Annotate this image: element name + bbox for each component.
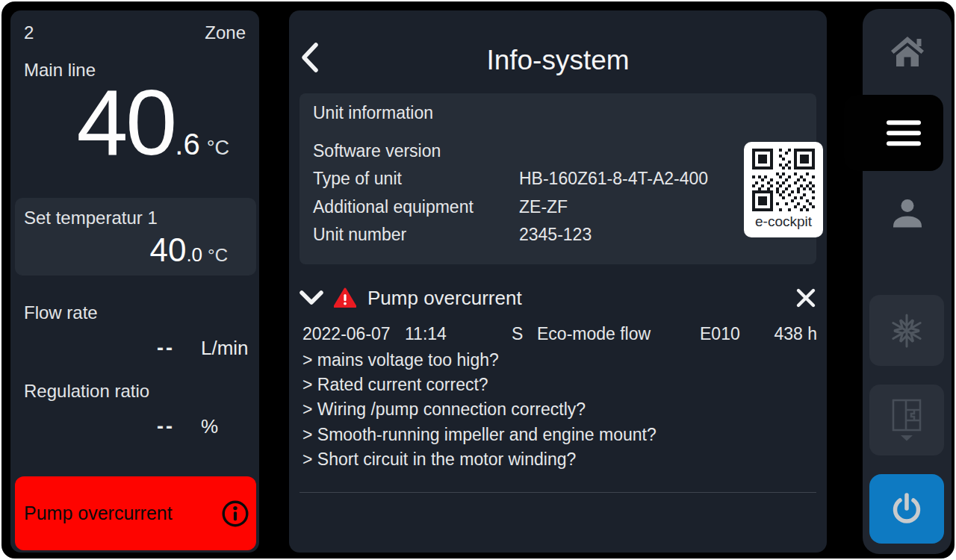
checklist-item: > Smooth-running impeller and engine mou… bbox=[302, 425, 657, 449]
info-row-type-of-unit: Type of unitHB-160Z61-8-4T-A2-400 bbox=[299, 169, 816, 196]
zone-number: 2 bbox=[24, 22, 34, 43]
unit-information-rows: Software version Type of unitHB-160Z61-8… bbox=[299, 141, 816, 253]
info-row-unit-number: Unit number2345-123 bbox=[299, 225, 816, 252]
page-title: Info-system bbox=[289, 45, 827, 76]
flow-rate-unit: L/min bbox=[201, 337, 253, 360]
alarm-banner-button[interactable]: Pump overcurrent bbox=[15, 476, 256, 550]
home-icon bbox=[889, 35, 926, 68]
alarm-error-code: E010 bbox=[700, 324, 740, 344]
checklist-item: > Short circuit in the motor winding? bbox=[302, 449, 657, 474]
info-row-additional-equipment: Additional equipmentZE-ZF bbox=[299, 197, 816, 225]
main-temp-integer: 40 bbox=[76, 71, 175, 174]
alarm-checklist: > mains voltage too high? > Rated curren… bbox=[302, 350, 657, 474]
info-row-software-version: Software version bbox=[299, 141, 816, 169]
set-temperature-label: Set temperatur 1 bbox=[24, 208, 158, 228]
power-icon bbox=[890, 491, 924, 527]
device-screen: 2 Zone Main line 40.6°C Set temperatur 1… bbox=[1, 1, 955, 559]
regulation-ratio-value-row: --% bbox=[10, 415, 253, 438]
alarm-meta-row: 2022-06-07 11:14 S Eco-mode flow E010 43… bbox=[289, 324, 827, 345]
hamburger-menu-icon bbox=[887, 120, 921, 146]
collapse-button[interactable] bbox=[299, 289, 324, 307]
set-temperature-value: 40.0°C bbox=[149, 234, 228, 267]
mold-icon bbox=[890, 398, 924, 443]
warning-triangle-icon bbox=[334, 287, 356, 308]
flow-rate-value-row: --L/min bbox=[10, 337, 253, 360]
alarm-mode: Eco-mode flow bbox=[537, 324, 651, 344]
zone-header: 2 Zone bbox=[24, 22, 246, 43]
checklist-item: > mains voltage too high? bbox=[302, 350, 657, 375]
regulation-ratio-value: -- bbox=[157, 415, 175, 438]
divider bbox=[299, 492, 816, 493]
flow-rate-value: -- bbox=[157, 337, 175, 359]
alarm-title: Pump overcurrent bbox=[367, 287, 522, 310]
checklist-item: > Wiring /pump connection correctly? bbox=[302, 399, 657, 424]
chevron-down-icon bbox=[302, 293, 321, 302]
zone-label: Zone bbox=[205, 22, 246, 43]
sidebar-item-cooling[interactable] bbox=[869, 295, 944, 366]
set-temperature-card[interactable]: Set temperatur 1 40.0°C bbox=[15, 198, 256, 276]
sidebar-item-user[interactable] bbox=[863, 173, 952, 254]
checklist-item: > Rated current correct? bbox=[302, 375, 657, 399]
sidebar-item-mold[interactable] bbox=[869, 385, 944, 455]
qr-caption: e-cockpit bbox=[744, 214, 823, 228]
sidebar-item-menu-active[interactable] bbox=[844, 95, 943, 171]
flow-rate-label: Flow rate bbox=[24, 302, 98, 323]
user-icon bbox=[891, 197, 924, 230]
info-icon[interactable] bbox=[220, 499, 250, 529]
zone-panel: 2 Zone Main line 40.6°C Set temperatur 1… bbox=[10, 10, 259, 553]
alarm-banner-label: Pump overcurrent bbox=[24, 503, 173, 524]
unit-information-title: Unit information bbox=[313, 103, 433, 123]
alarm-header: Pump overcurrent bbox=[299, 284, 816, 312]
alarm-class: S bbox=[512, 324, 523, 344]
unit-information-card: Unit information Software version Type o… bbox=[299, 93, 816, 264]
sidebar-item-home[interactable] bbox=[863, 10, 952, 93]
alarm-operating-hours: 438 h bbox=[774, 324, 817, 344]
close-button[interactable] bbox=[795, 287, 816, 308]
alarm-time: 11:14 bbox=[405, 324, 447, 344]
main-temp-unit: °C bbox=[207, 137, 229, 159]
regulation-ratio-label: Regulation ratio bbox=[24, 381, 149, 402]
main-line-temperature: 40.6°C bbox=[76, 76, 229, 169]
regulation-ratio-unit: % bbox=[201, 415, 253, 438]
close-icon bbox=[798, 290, 813, 305]
main-temp-fraction: .6 bbox=[175, 128, 199, 161]
chevron-down-small-icon bbox=[901, 435, 913, 441]
info-system-panel: Info-system Unit information Software ve… bbox=[289, 10, 827, 553]
qr-code-badge: e-cockpit bbox=[744, 142, 823, 237]
power-button[interactable] bbox=[869, 474, 944, 544]
snowflake-icon bbox=[890, 314, 924, 348]
alarm-date: 2022-06-07 bbox=[302, 324, 391, 344]
qr-code-icon bbox=[752, 149, 815, 211]
